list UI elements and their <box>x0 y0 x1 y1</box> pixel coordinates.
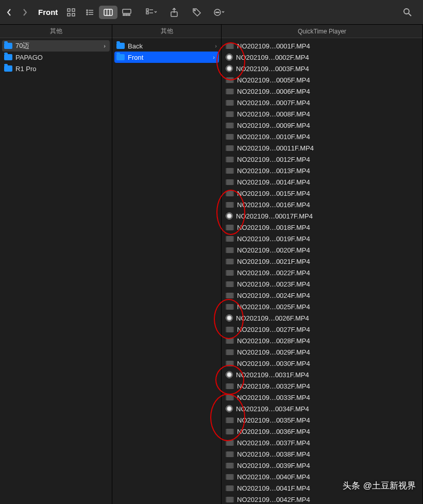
file-label: NO202109…0039F.MP4 <box>237 462 418 469</box>
folder-item[interactable]: 70迈› <box>2 40 110 52</box>
column-view-button[interactable] <box>99 6 117 19</box>
file-item[interactable]: NO202109…0037F.MP4 <box>222 437 422 448</box>
video-icon <box>226 485 234 491</box>
video-icon <box>226 270 234 276</box>
actions-button[interactable] <box>211 5 228 20</box>
video-icon <box>226 123 234 128</box>
file-item[interactable]: NO202109…0036F.MP4 <box>222 426 422 437</box>
file-label: NO202109…0027F.MP4 <box>237 326 418 333</box>
file-item[interactable]: NO202109…0035F.MP4 <box>222 414 422 426</box>
quicktime-icon <box>226 212 233 220</box>
column-1: 其他 70迈›PAPAGOR1 Pro <box>0 25 112 504</box>
video-icon <box>226 361 234 366</box>
file-item[interactable]: NO202109…0021F.MP4 <box>222 256 422 267</box>
file-item[interactable]: NO202109…0014F.MP4 <box>222 176 422 188</box>
video-icon <box>226 395 234 400</box>
file-item[interactable]: NO202109…0040F.MP4 <box>222 471 422 482</box>
file-item[interactable]: NO202109…0033F.MP4 <box>222 392 422 403</box>
file-item[interactable]: NO202109…0008F.MP4 <box>222 108 422 120</box>
file-item[interactable]: NO202109…0019F.MP4 <box>222 233 422 244</box>
video-icon <box>226 463 234 468</box>
folder-label: R1 Pro <box>15 65 108 73</box>
file-label: NO202109…0014F.MP4 <box>237 178 418 186</box>
file-item[interactable]: NO202109…0018F.MP4 <box>222 222 422 233</box>
video-icon <box>226 89 234 94</box>
chevron-right-icon: › <box>104 43 106 49</box>
column-1-header: 其他 <box>0 25 112 38</box>
file-item[interactable]: NO202109…0005F.MP4 <box>222 74 422 86</box>
folder-item[interactable]: PAPAGO <box>0 52 112 63</box>
file-item[interactable]: NO202109…0015F.MP4 <box>222 188 422 199</box>
video-icon <box>226 259 234 264</box>
tags-button[interactable] <box>189 5 205 20</box>
gallery-view-button[interactable] <box>117 6 136 19</box>
svg-rect-18 <box>146 12 148 14</box>
file-item[interactable]: NO202109…0022F.MP4 <box>222 267 422 278</box>
file-item[interactable]: NO202109…0041F.MP4 <box>222 482 422 494</box>
file-item[interactable]: NO202109…0034F.MP4 <box>222 403 422 414</box>
forward-button[interactable] <box>20 7 30 18</box>
video-icon <box>226 179 234 185</box>
file-label: NO202109…0016F.MP4 <box>237 201 418 209</box>
folder-item[interactable]: R1 Pro <box>0 63 112 74</box>
video-icon <box>226 383 234 389</box>
svg-point-27 <box>404 9 409 14</box>
file-item[interactable]: NO202109…00011F.MP4 <box>222 142 422 154</box>
file-label: NO202109…0029F.MP4 <box>237 348 418 356</box>
file-item[interactable]: NO202109…0016F.MP4 <box>222 199 422 210</box>
file-item[interactable]: NO202109…0002F.MP4 <box>222 52 422 63</box>
file-item[interactable]: NO202109…0025F.MP4 <box>222 301 422 312</box>
file-item[interactable]: NO202109…0009F.MP4 <box>222 120 422 131</box>
folder-icon <box>4 65 12 72</box>
column-browser: 其他 70迈›PAPAGOR1 Pro 其他 Back›Front› Quick… <box>0 25 423 504</box>
file-item[interactable]: NO202109…0031F.MP4 <box>222 369 422 380</box>
column-2-list[interactable]: Back›Front› <box>112 38 221 504</box>
video-icon <box>226 77 234 83</box>
file-item[interactable]: NO202109…0042F.MP4 <box>222 494 422 504</box>
file-item[interactable]: NO202109…0029F.MP4 <box>222 346 422 358</box>
file-item[interactable]: NO202109…0030F.MP4 <box>222 358 422 369</box>
file-item[interactable]: NO202109…0020F.MP4 <box>222 244 422 256</box>
file-item[interactable]: NO202109…0027F.MP4 <box>222 324 422 335</box>
video-icon <box>226 451 234 457</box>
svg-rect-16 <box>128 14 130 15</box>
search-button[interactable] <box>399 5 416 20</box>
chevron-right-icon: › <box>215 43 217 49</box>
icon-view-button[interactable] <box>62 6 80 19</box>
file-item[interactable]: NO202109…0007F.MP4 <box>222 97 422 108</box>
file-item[interactable]: NO202109…0001F.MP4 <box>222 40 422 52</box>
svg-point-24 <box>216 12 217 13</box>
file-item[interactable]: NO202109…00017F.MP4 <box>222 210 422 222</box>
column-3-list[interactable]: NO202109…0001F.MP4NO202109…0002F.MP4NO20… <box>222 38 422 504</box>
file-label: NO202109…0012F.MP4 <box>237 156 418 163</box>
file-item[interactable]: NO202109…0012F.MP4 <box>222 154 422 165</box>
share-button[interactable] <box>166 5 182 20</box>
file-item[interactable]: NO202109…0003F.MP4 <box>222 63 422 74</box>
video-icon <box>226 429 234 434</box>
file-label: NO202109…00011F.MP4 <box>237 144 418 152</box>
list-view-button[interactable] <box>80 6 99 19</box>
file-label: NO202109…0025F.MP4 <box>237 303 418 311</box>
file-item[interactable]: NO202109…0032F.MP4 <box>222 380 422 392</box>
file-item[interactable]: NO202109…0013F.MP4 <box>222 165 422 176</box>
video-icon <box>226 247 234 253</box>
quicktime-icon <box>226 54 233 61</box>
file-item[interactable]: NO202109…0039F.MP4 <box>222 460 422 471</box>
group-by-button[interactable] <box>143 5 160 20</box>
back-button[interactable] <box>4 7 14 18</box>
file-item[interactable]: NO202109…0023F.MP4 <box>222 278 422 290</box>
file-item[interactable]: NO202109…0006F.MP4 <box>222 86 422 97</box>
file-label: NO202109…0018F.MP4 <box>237 224 418 231</box>
folder-item[interactable]: Front› <box>114 52 219 63</box>
svg-point-8 <box>87 14 88 15</box>
file-item[interactable]: NO202109…0038F.MP4 <box>222 448 422 460</box>
file-item[interactable]: NO202109…0010F.MP4 <box>222 131 422 142</box>
file-item[interactable]: NO202109…0026F.MP4 <box>222 312 422 324</box>
quicktime-icon <box>226 371 233 378</box>
column-1-list[interactable]: 70迈›PAPAGOR1 Pro <box>0 38 112 504</box>
file-item[interactable]: NO202109…0028F.MP4 <box>222 335 422 346</box>
file-item[interactable]: NO202109…0024F.MP4 <box>222 290 422 301</box>
folder-item[interactable]: Back› <box>112 40 221 52</box>
svg-rect-10 <box>104 9 112 15</box>
video-icon <box>226 497 234 502</box>
